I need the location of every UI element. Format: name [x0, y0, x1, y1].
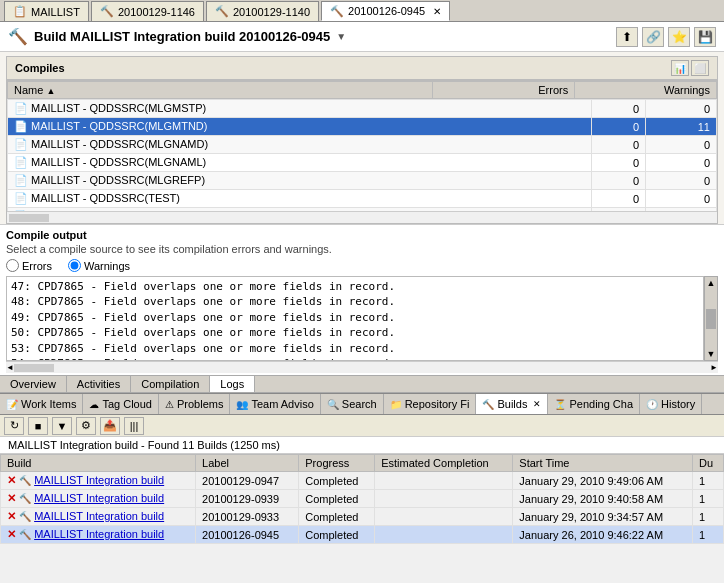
builds-table-row[interactable]: ✕ 🔨 MAILLIST Integration build 20100129-… — [1, 508, 724, 526]
share-button[interactable]: ⬆ — [616, 27, 638, 47]
builds-row-progress: Completed — [299, 526, 375, 544]
status-error-icon: ✕ — [7, 492, 16, 504]
builds-stop-button[interactable]: ■ — [28, 417, 48, 435]
builds-col-build[interactable]: Build — [1, 455, 196, 472]
builds-table-row[interactable]: ✕ 🔨 MAILLIST Integration build 20100126-… — [1, 526, 724, 544]
builds-row-build: ✕ 🔨 MAILLIST Integration build — [1, 526, 196, 544]
builds-row-starttime: January 29, 2010 9:40:58 AM — [513, 490, 693, 508]
bottom-tab-history[interactable]: 🕐 History — [640, 394, 702, 414]
builds-table-row[interactable]: ✕ 🔨 MAILLIST Integration build 20100129-… — [1, 490, 724, 508]
builds-toolbar: ↻ ■ ▼ ⚙ 📤 ||| — [0, 415, 724, 437]
tab-build1-label: 20100129-1146 — [118, 6, 195, 18]
tab-build2-label: 20100129-1140 — [233, 6, 310, 18]
col-errors[interactable]: Errors — [433, 82, 575, 99]
errors-radio[interactable] — [6, 259, 19, 272]
tab-activities[interactable]: Activities — [67, 376, 131, 392]
builds-row-progress: Completed — [299, 472, 375, 490]
tab-maillist[interactable]: 📋 MAILLIST — [4, 1, 89, 21]
bottom-tab-builds[interactable]: 🔨 Builds ✕ — [476, 394, 548, 414]
bottom-tab-pendingcha[interactable]: ⏳ Pending Cha — [548, 394, 640, 414]
collapse-button[interactable]: 📊 — [671, 60, 689, 76]
tagcloud-label: Tag Cloud — [102, 398, 152, 410]
col-name[interactable]: Name ▲ — [8, 82, 433, 99]
compile-row-icon: 📄 — [14, 156, 28, 168]
scroll-right-icon[interactable]: ► — [710, 363, 718, 372]
tab-build1[interactable]: 🔨 20100129-1146 — [91, 1, 204, 21]
builds-refresh-button[interactable]: ↻ — [4, 417, 24, 435]
builds-table: Build Label Progress Estimated Completio… — [0, 454, 724, 544]
builds-row-estcompletion — [375, 526, 513, 544]
search-label: Search — [342, 398, 377, 410]
close-icon[interactable]: ✕ — [433, 6, 441, 17]
builds-close-icon[interactable]: ✕ — [533, 399, 541, 409]
builds-table-row[interactable]: ✕ 🔨 MAILLIST Integration build 20100129-… — [1, 472, 724, 490]
repositoryfi-icon: 📁 — [390, 399, 402, 410]
output-line: 53: CPD7865 - Field overlaps one or more… — [11, 341, 699, 356]
status-error-icon: ✕ — [7, 510, 16, 522]
build-link[interactable]: MAILLIST Integration build — [34, 492, 164, 504]
build-link[interactable]: MAILLIST Integration build — [34, 510, 164, 522]
pendingcha-label: Pending Cha — [569, 398, 633, 410]
builds-export-button[interactable]: 📤 — [100, 417, 120, 435]
save-button[interactable]: 💾 — [694, 27, 716, 47]
link-button[interactable]: 🔗 — [642, 27, 664, 47]
compile-row-icon: 📄 — [14, 174, 28, 186]
bottom-tab-bar: 📝 Work Items ☁ Tag Cloud ⚠ Problems 👥 Te… — [0, 393, 724, 415]
builds-col-starttime[interactable]: Start Time — [513, 455, 693, 472]
errors-radio-label[interactable]: Errors — [6, 259, 52, 272]
bottom-tab-tagcloud[interactable]: ☁ Tag Cloud — [83, 394, 159, 414]
compile-rows-wrapper[interactable]: 📄 MAILLIST - QDDSSRC(MLGMSTP) 0 0 📄 MAIL… — [7, 99, 717, 211]
errors-label: Errors — [22, 260, 52, 272]
compile-row-errors: 0 — [592, 190, 646, 208]
builds-filter-button[interactable]: ▼ — [52, 417, 72, 435]
bottom-tab-search[interactable]: 🔍 Search — [321, 394, 384, 414]
output-hscroll[interactable]: ◄ ► — [6, 361, 718, 373]
tab-build3[interactable]: 🔨 20100126-0945 ✕ — [321, 1, 450, 21]
compile-table-row[interactable]: 📄 MAILLIST - QDDSSRC(MLGNAMD) 0 0 — [8, 136, 717, 154]
title-dropdown-arrow[interactable]: ▼ — [336, 31, 346, 42]
build-link[interactable]: MAILLIST Integration build — [34, 474, 164, 486]
warnings-radio-label[interactable]: Warnings — [68, 259, 130, 272]
tab-compilation[interactable]: Compilation — [131, 376, 210, 392]
page-title: Build MAILLIST Integration build 2010012… — [34, 29, 330, 44]
bottom-tab-teamadvisor[interactable]: 👥 Team Adviso — [230, 394, 320, 414]
output-line: 50: CPD7865 - Field overlaps one or more… — [11, 325, 699, 340]
builds-row-estcompletion — [375, 490, 513, 508]
compile-table-row[interactable]: 📄 MAILLIST - QDDSSRC(TEST) 0 0 — [8, 190, 717, 208]
build-link[interactable]: MAILLIST Integration build — [34, 528, 164, 540]
scroll-left-icon[interactable]: ◄ — [6, 363, 14, 372]
build-icon: 🔨 — [19, 493, 31, 504]
compile-table-row[interactable]: 📄 MAILLIST - QDDSSRC(MLGMSTP) 0 0 — [8, 100, 717, 118]
compile-row-warnings: 11 — [646, 118, 717, 136]
compile-output-section: Compile output Select a compile source t… — [0, 224, 724, 375]
builds-columns-button[interactable]: ||| — [124, 417, 144, 435]
col-warnings[interactable]: Warnings — [575, 82, 717, 99]
builds-row-label: 20100129-0933 — [196, 508, 299, 526]
builds-settings-button[interactable]: ⚙ — [76, 417, 96, 435]
compile-table-row[interactable]: 📄 MAILLIST - QDDSSRC(MLGNAML) 0 0 — [8, 154, 717, 172]
section-header-icons: 📊 ⬜ — [671, 60, 709, 76]
bookmark-button[interactable]: ⭐ — [668, 27, 690, 47]
builds-col-label[interactable]: Label — [196, 455, 299, 472]
bottom-tab-problems[interactable]: ⚠ Problems — [159, 394, 230, 414]
scrollup-icon[interactable]: ▲ — [707, 278, 716, 288]
tab-logs[interactable]: Logs — [210, 376, 255, 392]
builds-col-estcompletion[interactable]: Estimated Completion — [375, 455, 513, 472]
scrolldown-icon[interactable]: ▼ — [707, 349, 716, 359]
warnings-radio[interactable] — [68, 259, 81, 272]
compile-row-errors: 0 — [592, 118, 646, 136]
builds-col-progress[interactable]: Progress — [299, 455, 375, 472]
compile-row-icon: 📄 — [14, 192, 28, 204]
builds-col-du[interactable]: Du — [692, 455, 723, 472]
compile-table-row[interactable]: 📄 MAILLIST - QDDSSRC(MLGREFP) 0 0 — [8, 172, 717, 190]
compile-row-name: 📄 MAILLIST - QDDSSRC(MLGREFP) — [8, 172, 592, 190]
bottom-tab-workitems[interactable]: 📝 Work Items — [0, 394, 83, 414]
tab-build2[interactable]: 🔨 20100129-1140 — [206, 1, 319, 21]
compile-hscroll[interactable] — [7, 211, 717, 223]
bottom-tab-repositoryfi[interactable]: 📁 Repository Fi — [384, 394, 477, 414]
compile-table-row[interactable]: 📄 MAILLIST - QDDSSRC(MLGMTND) 0 11 — [8, 118, 717, 136]
tab-overview[interactable]: Overview — [0, 376, 67, 392]
maximize-button[interactable]: ⬜ — [691, 60, 709, 76]
tab-build3-label: 20100126-0945 — [348, 5, 425, 17]
teamadvisor-label: Team Adviso — [251, 398, 313, 410]
